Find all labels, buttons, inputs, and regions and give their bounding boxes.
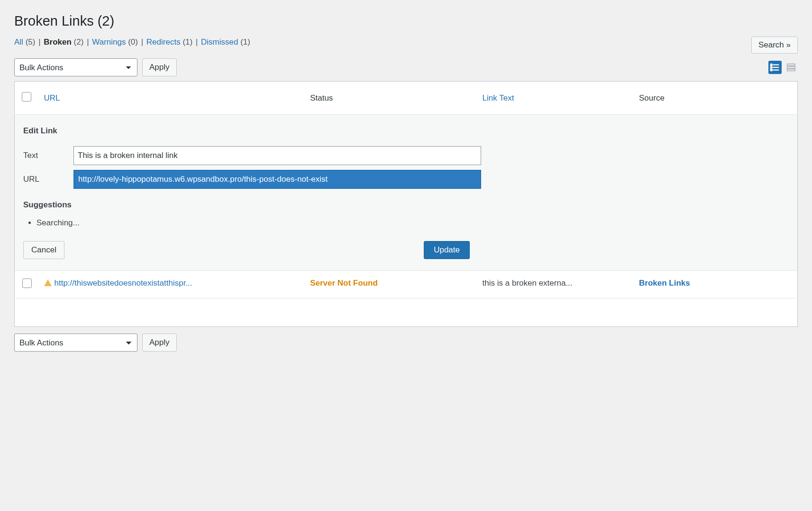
filter-dismissed-count: (1)	[240, 37, 250, 46]
edit-url-label: URL	[23, 175, 73, 184]
select-all-checkbox[interactable]	[22, 92, 31, 102]
svg-rect-6	[787, 64, 795, 66]
warning-icon	[44, 279, 52, 286]
row-source-link[interactable]: Broken Links	[639, 279, 690, 288]
filter-all[interactable]: All	[14, 37, 23, 46]
bulk-actions-select-top[interactable]: Bulk Actions	[14, 58, 137, 76]
svg-rect-5	[771, 69, 772, 71]
edit-link-panel: Edit Link Text URL Suggestions Searching…	[15, 115, 797, 271]
edit-link-heading: Edit Link	[23, 126, 789, 136]
filter-redirects-count: (1)	[182, 37, 192, 46]
update-button[interactable]: Update	[424, 241, 470, 259]
svg-rect-3	[771, 64, 772, 65]
list-view-icon[interactable]	[768, 61, 782, 74]
suggestions-heading: Suggestions	[23, 200, 789, 210]
suggestions-searching: Searching...	[36, 218, 789, 228]
row-checkbox[interactable]	[22, 279, 32, 288]
filter-dismissed[interactable]: Dismissed	[201, 37, 238, 46]
column-source: Source	[633, 82, 798, 115]
edit-text-label: Text	[23, 151, 73, 160]
column-link-text[interactable]: Link Text	[483, 93, 514, 102]
page-title: Broken Links (2)	[14, 13, 798, 29]
filter-warnings-count: (0)	[128, 37, 138, 46]
row-link-text: this is a broken externa...	[477, 271, 633, 298]
apply-button-top[interactable]: Apply	[142, 58, 177, 76]
row-status: Server Not Found	[310, 279, 378, 288]
bulk-actions-select-bottom[interactable]: Bulk Actions	[14, 334, 137, 352]
column-url[interactable]: URL	[44, 93, 60, 102]
table-row: http://thiswebsitedoesnotexistatthispr..…	[15, 271, 798, 298]
filter-all-count: (5)	[26, 37, 36, 46]
cancel-button[interactable]: Cancel	[23, 241, 64, 259]
edit-url-input[interactable]	[73, 170, 481, 189]
filter-broken[interactable]: Broken	[44, 37, 72, 46]
svg-rect-7	[787, 66, 795, 68]
column-status: Status	[304, 82, 476, 115]
apply-button-bottom[interactable]: Apply	[142, 334, 177, 352]
svg-rect-4	[771, 67, 772, 68]
row-url-link[interactable]: http://thiswebsitedoesnotexistatthispr..…	[55, 279, 192, 288]
excerpt-view-icon[interactable]	[785, 61, 798, 74]
filter-links: All (5) | Broken (2) | Warnings (0) | Re…	[14, 37, 250, 47]
filter-redirects[interactable]: Redirects	[146, 37, 181, 46]
svg-rect-8	[787, 69, 795, 71]
filter-warnings[interactable]: Warnings	[92, 37, 126, 46]
edit-text-input[interactable]	[73, 146, 481, 165]
filter-broken-count: (2)	[74, 37, 84, 46]
search-button[interactable]: Search »	[751, 37, 798, 54]
